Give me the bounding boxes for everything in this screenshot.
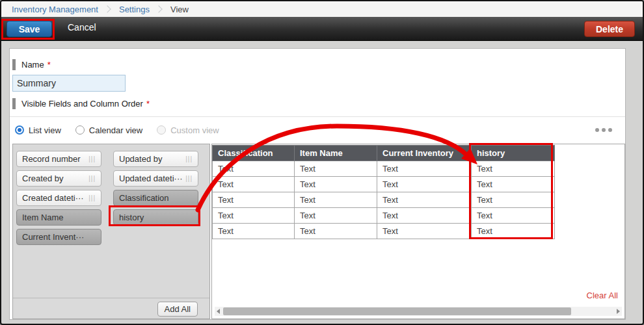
table-row: Text Text Text Text [213, 224, 555, 239]
radio-selected-icon [15, 125, 24, 135]
table-cell: Text [295, 224, 377, 239]
field-button-created-by[interactable]: Created by ||| [16, 170, 101, 187]
app-window: Inventory Management Settings View Save … [0, 0, 644, 325]
field-button-label: Record number [22, 154, 81, 164]
radio-unselected-icon [75, 125, 85, 135]
field-button-current-inventory[interactable]: Current Invent··· [16, 229, 101, 245]
field-button-classification[interactable]: Classification [113, 190, 198, 206]
chevron-right-icon [103, 5, 111, 12]
add-all-button[interactable]: Add All [157, 302, 198, 317]
field-button-created-datetime[interactable]: Created dateti··· ||| [16, 190, 101, 206]
drag-handle-icon[interactable]: ||| [88, 175, 96, 182]
visible-fields-label-text: Visible Fields and Column Order [21, 99, 143, 109]
field-button-label: Created by [22, 174, 64, 183]
palette-footer: Add All [13, 298, 209, 318]
field-button-label: Current Invent··· [22, 232, 84, 242]
drag-handle-icon[interactable]: ||| [185, 175, 193, 182]
column-header-current-inventory[interactable]: Current Inventory [377, 146, 472, 161]
clear-all-link[interactable]: Clear All [587, 291, 618, 300]
field-button-updated-by[interactable]: Updated by ||| [113, 151, 198, 167]
cancel-button[interactable]: Cancel [68, 22, 96, 32]
table-cell: Text [213, 177, 295, 192]
chevron-right-icon [155, 5, 162, 12]
section-bar [12, 59, 16, 70]
options-menu-icon[interactable] [595, 128, 612, 132]
table-cell: Text [295, 192, 377, 208]
radio-label: Calendar view [89, 125, 142, 135]
table-cell: Text [472, 192, 555, 208]
delete-button[interactable]: Delete [584, 21, 635, 37]
drag-handle-icon[interactable]: ||| [185, 155, 193, 162]
table-cell: Text [377, 192, 472, 208]
table-cell: Text [472, 177, 555, 192]
required-asterisk: * [146, 99, 150, 109]
table-cell: Text [472, 224, 555, 239]
drag-handle-icon[interactable]: ||| [88, 155, 96, 162]
field-button-label: Item Name [22, 213, 64, 222]
action-toolbar: Save Cancel Delete [1, 17, 643, 41]
field-button-label: Updated by [119, 154, 163, 164]
section-bar [12, 98, 16, 109]
scroll-left-icon[interactable] [217, 309, 220, 314]
radio-calendar-view[interactable]: Calendar view [75, 125, 142, 135]
horizontal-scrollbar[interactable] [215, 307, 622, 316]
table-row: Text Text Text Text [213, 192, 555, 208]
table-cell: Text [472, 208, 555, 224]
radio-label: List view [29, 125, 61, 135]
table-cell: Text [213, 192, 295, 208]
table-cell: Text [213, 161, 295, 177]
column-header-item-name[interactable]: Item Name [295, 146, 377, 161]
name-label-text: Name [21, 60, 44, 70]
name-field-label: Name * [12, 59, 51, 70]
table-preview-panel: Classification Item Name Current Invento… [211, 144, 625, 319]
view-name-input[interactable] [12, 75, 126, 92]
field-button-record-number[interactable]: Record number ||| [16, 151, 101, 167]
radio-label: Custom view [170, 125, 219, 135]
table-header-row: Classification Item Name Current Invento… [213, 146, 555, 161]
table-cell: Text [377, 161, 472, 177]
radio-disabled-icon [157, 125, 166, 135]
table-row: Text Text Text Text [213, 208, 555, 224]
field-button-label: Created dateti··· [22, 193, 84, 203]
drag-handle-icon[interactable]: ||| [88, 194, 96, 202]
scroll-right-icon[interactable] [617, 309, 620, 314]
breadcrumb-link-settings[interactable]: Settings [119, 5, 150, 14]
preview-table: Classification Item Name Current Invento… [212, 145, 555, 239]
view-type-options: List view Calendar view Custom view [15, 122, 234, 138]
field-button-updated-datetime[interactable]: Updated dateti··· ||| [113, 170, 198, 187]
table-cell: Text [377, 177, 472, 192]
field-button-label: Updated dateti··· [119, 174, 183, 183]
table-cell: Text [295, 208, 377, 224]
field-button-label: Classification [119, 193, 169, 203]
breadcrumb: Inventory Management Settings View [1, 1, 643, 17]
table-cell: Text [295, 177, 377, 192]
table-row: Text Text Text Text [213, 161, 555, 177]
breadcrumb-link-inventory-management[interactable]: Inventory Management [12, 5, 98, 14]
column-header-history[interactable]: history [472, 146, 555, 161]
column-header-classification[interactable]: Classification [213, 146, 295, 161]
required-asterisk: * [47, 60, 51, 70]
field-button-item-name[interactable]: Item Name [16, 209, 101, 226]
table-cell: Text [213, 224, 295, 239]
field-button-history[interactable]: history [113, 209, 198, 226]
breadcrumb-current-view: View [170, 5, 189, 14]
field-palette: Record number ||| Created by ||| Created… [12, 144, 210, 319]
table-cell: Text [213, 208, 295, 224]
table-cell: Text [377, 208, 472, 224]
table-cell: Text [472, 161, 555, 177]
radio-custom-view: Custom view [157, 125, 219, 135]
view-settings-card: Name * Visible Fields and Column Order *… [9, 48, 626, 320]
table-cell: Text [295, 161, 377, 177]
field-button-label: history [119, 213, 144, 222]
table-row: Text Text Text Text [213, 177, 555, 192]
radio-list-view[interactable]: List view [15, 125, 61, 135]
save-button[interactable]: Save [7, 21, 52, 37]
scrollbar-thumb[interactable] [223, 307, 571, 315]
visible-fields-label: Visible Fields and Column Order * [12, 98, 150, 109]
table-cell: Text [377, 224, 472, 239]
divider [10, 116, 625, 117]
